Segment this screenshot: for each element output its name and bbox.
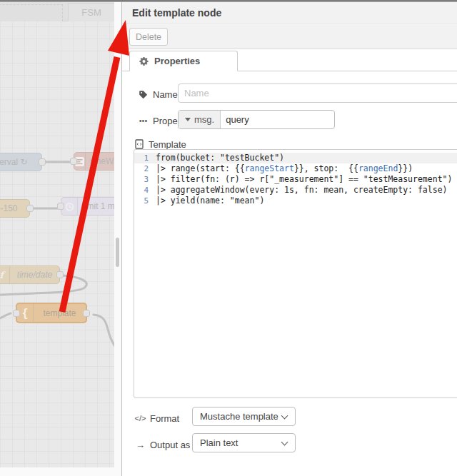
window-top-edge: [0, 0, 457, 2]
code-lines: 1from(bucket: "testBucket")2|> range(sta…: [134, 153, 457, 206]
output-as-label: → Output as: [135, 438, 190, 451]
dialog-header: Edit template node: [122, 2, 457, 24]
ellipsis-icon: •••: [138, 116, 149, 125]
output-as-select-value: Plain text: [200, 437, 238, 448]
edit-template-node-dialog: Edit template node Delete Properties: [121, 0, 457, 476]
format-select[interactable]: Mustache template: [192, 407, 296, 426]
workspace-horizontal-scrollbar[interactable]: [0, 467, 114, 476]
node-red-editor: interval ↻ sineWave s-150: [0, 0, 457, 476]
arrow-right-icon: →: [135, 440, 146, 450]
format-select-value: Mustache template: [200, 411, 278, 422]
code-brackets-icon: </>: [135, 414, 146, 422]
chevron-down-icon: [281, 412, 288, 420]
code-line: 5|> yield(name: "mean"): [134, 196, 457, 206]
modal-shade-overlay: [0, 0, 121, 476]
caret-down-icon: [185, 118, 191, 121]
output-as-select[interactable]: Plain text: [192, 433, 296, 452]
format-label: </> Format: [135, 412, 179, 425]
code-line: 2|> range(start: {{rangeStart}}, stop: {…: [134, 163, 457, 174]
property-typed-input[interactable]: msg. query: [178, 110, 335, 129]
dialog-tab-strip: Properties: [122, 49, 457, 71]
property-type-button[interactable]: msg.: [179, 111, 221, 128]
chevron-down-icon: [281, 439, 288, 446]
property-value[interactable]: query: [221, 111, 334, 128]
code-line: 4|> aggregateWindow(every: 1s, fn: mean,…: [134, 185, 457, 196]
dialog-title: Edit template node: [132, 2, 221, 24]
tag-icon: [138, 90, 149, 99]
flow-workspace[interactable]: interval ↻ sineWave s-150: [0, 0, 121, 476]
tab-properties-label: Properties: [154, 56, 200, 66]
gear-icon: [139, 56, 149, 66]
code-line: 3|> filter(fn: (r) => r["_measurement"] …: [134, 174, 457, 185]
template-code-editor[interactable]: 1from(bucket: "testBucket")2|> range(sta…: [134, 149, 457, 398]
file-code-icon: [134, 139, 144, 149]
name-input[interactable]: [178, 83, 457, 103]
dialog-toolbar: Delete: [122, 24, 457, 49]
scrollbar-thumb[interactable]: [116, 238, 119, 267]
name-label: Name: [138, 88, 178, 101]
property-type-label: msg.: [194, 114, 214, 125]
workspace-vertical-scrollbar[interactable]: [114, 0, 121, 476]
delete-button[interactable]: Delete: [129, 28, 168, 46]
tab-properties[interactable]: Properties: [129, 51, 238, 71]
code-line: 1from(bucket: "testBucket"): [134, 153, 457, 163]
